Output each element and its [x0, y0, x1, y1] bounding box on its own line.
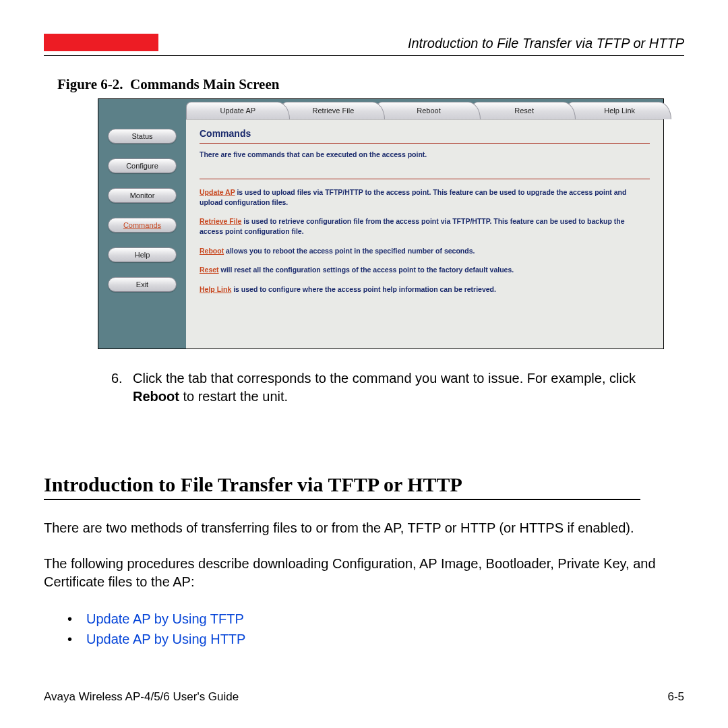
footer-guide-name: Avaya Wireless AP-4/5/6 User's Guide: [44, 690, 239, 704]
paragraph-1: There are two methods of transferring fi…: [44, 519, 708, 537]
sidebar: StatusConfigureMonitorCommandsHelpExit: [98, 99, 186, 348]
tab-retrieve-file[interactable]: Retrieve File: [282, 99, 386, 119]
figure-screenshot: StatusConfigureMonitorCommandsHelpExit U…: [98, 98, 664, 349]
panel-intro-text: There are five commands that can be exec…: [200, 150, 650, 158]
sidebar-item-commands[interactable]: Commands: [108, 218, 177, 233]
footer-page-number: 6-5: [667, 690, 684, 704]
figure-caption: Figure 6-2. Commands Main Screen: [57, 76, 684, 93]
panel-rule-2: [200, 179, 650, 179]
section-heading: Introduction to File Transfer via TFTP o…: [0, 473, 728, 496]
bullet-item: •Update AP by Using TFTP: [67, 609, 728, 629]
panel-title: Commands: [200, 128, 650, 139]
sidebar-item-exit[interactable]: Exit: [108, 277, 177, 292]
tab-update-ap[interactable]: Update AP: [186, 99, 290, 119]
bullet-link[interactable]: Update AP by Using TFTP: [86, 609, 244, 629]
command-description: Update AP is used to upload files via TF…: [200, 187, 650, 207]
tab-bar: Update APRetrieve FileRebootResetHelp Li…: [186, 99, 663, 119]
bullet-list: •Update AP by Using TFTP•Update AP by Us…: [67, 609, 728, 649]
section-rule: [44, 499, 640, 500]
paragraph-2: The following procedures describe downlo…: [44, 555, 708, 591]
command-description: Reset will reset all the configuration s…: [200, 265, 650, 275]
command-description: Retrieve File is used to retrieve config…: [200, 216, 650, 236]
sidebar-item-help[interactable]: Help: [108, 247, 177, 262]
tab-reboot[interactable]: Reboot: [377, 99, 481, 119]
step-text: Click the tab that corresponds to the co…: [133, 369, 684, 406]
command-link-help-link[interactable]: Help Link: [200, 285, 231, 293]
running-header: Introduction to File Transfer via TFTP o…: [185, 36, 684, 51]
header-rule: [44, 55, 684, 56]
bullet-link[interactable]: Update AP by Using HTTP: [86, 629, 245, 649]
panel-rule: [200, 143, 650, 144]
numbered-step: 6. Click the tab that corresponds to the…: [111, 369, 684, 406]
command-link-update-ap[interactable]: Update AP: [200, 188, 235, 196]
command-description: Help Link is used to configure where the…: [200, 284, 650, 295]
sidebar-item-monitor[interactable]: Monitor: [108, 188, 177, 203]
command-link-reset[interactable]: Reset: [200, 266, 219, 274]
tab-reset[interactable]: Reset: [473, 99, 576, 119]
bullet-item: •Update AP by Using HTTP: [67, 629, 728, 649]
sidebar-item-configure[interactable]: Configure: [108, 158, 177, 173]
page-footer: Avaya Wireless AP-4/5/6 User's Guide 6-5: [44, 690, 684, 704]
command-link-retrieve-file[interactable]: Retrieve File: [200, 217, 241, 225]
commands-panel: Commands There are five commands that ca…: [186, 119, 663, 348]
step-number: 6.: [111, 369, 133, 406]
command-link-reboot[interactable]: Reboot: [200, 247, 224, 255]
sidebar-item-status[interactable]: Status: [108, 129, 177, 144]
header-accent-block: [44, 34, 158, 51]
command-description: Reboot allows you to reboot the access p…: [200, 246, 650, 256]
tab-help-link[interactable]: Help Link: [568, 99, 671, 119]
